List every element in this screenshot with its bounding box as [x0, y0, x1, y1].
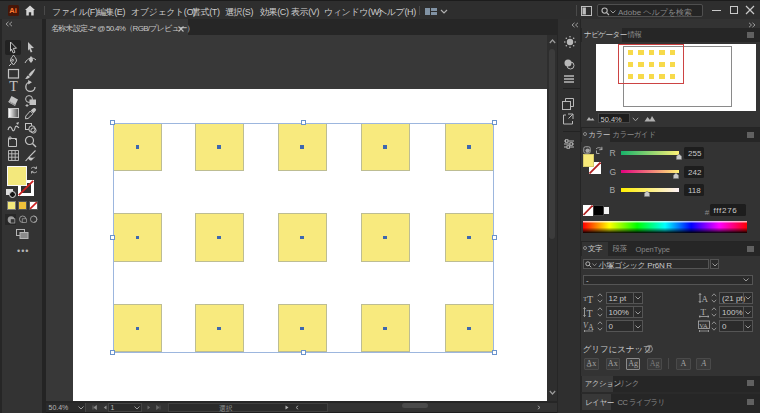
svg-text:T: T: [586, 308, 592, 319]
svg-text:A: A: [588, 323, 594, 332]
svg-text:VA: VA: [699, 322, 708, 329]
svg-text:A: A: [702, 294, 709, 304]
svg-text:T: T: [701, 307, 707, 317]
svg-text:T: T: [587, 293, 593, 304]
